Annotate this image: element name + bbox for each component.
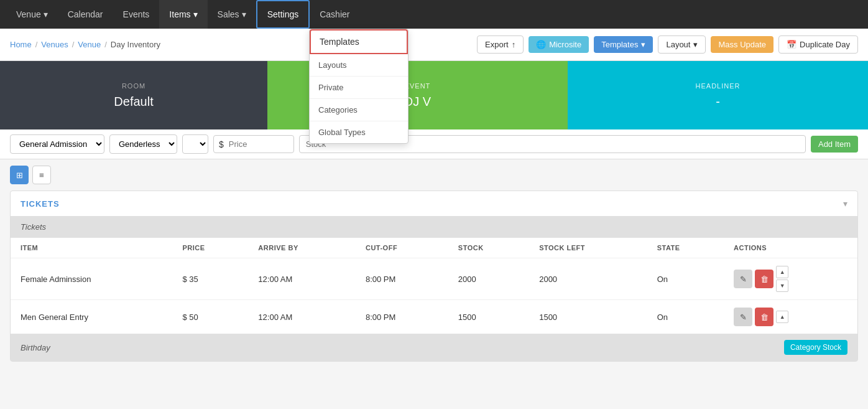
row-stock-left: 2000 <box>529 258 647 300</box>
templates-button[interactable]: Templates ▾ <box>594 36 653 53</box>
row-actions: ✎ 🗑 ▲ ▼ <box>724 258 857 300</box>
dropdown-item-private[interactable]: Private <box>310 77 408 99</box>
mass-update-button[interactable]: Mass Update <box>711 36 773 53</box>
tickets-chevron-icon: ▾ <box>843 199 847 209</box>
calendar-icon: 📅 <box>787 40 796 49</box>
row-actions: ✎ 🗑 ▲ <box>724 300 857 334</box>
add-item-button[interactable]: Add Item <box>811 136 858 153</box>
headliner-panel-header: HEADLINER <box>696 82 741 90</box>
arrow-down-0[interactable]: ▼ <box>776 280 788 292</box>
row-stock-left: 1500 <box>529 300 647 334</box>
sales-dropdown-icon: ▾ <box>242 9 246 19</box>
breadcrumb-home[interactable]: Home <box>10 40 32 49</box>
microsite-icon: 🌐 <box>536 40 546 49</box>
nav-sales[interactable]: Sales ▾ <box>208 0 256 29</box>
table-row: Men General Entry $ 50 12:00 AM 8:00 PM … <box>11 300 857 334</box>
col-cut-off: CUT-OFF <box>356 238 448 258</box>
table-row: Female Adminssion $ 35 12:00 AM 8:00 PM … <box>11 258 857 300</box>
row-cut-off: 8:00 PM <box>356 258 448 300</box>
edit-button-1[interactable]: ✎ <box>734 308 752 326</box>
row-item: Female Adminssion <box>11 258 172 300</box>
list-icon: ≡ <box>39 171 44 180</box>
grid-view-button[interactable]: ⊞ <box>10 166 29 184</box>
breadcrumb-venues[interactable]: Venues <box>41 40 68 49</box>
nav-cashier[interactable]: Cashier <box>310 0 359 29</box>
price-wrapper: $ <box>213 135 294 153</box>
nav-calendar[interactable]: Calendar <box>58 0 113 29</box>
headliner-panel: HEADLINER - <box>568 61 868 129</box>
layout-button[interactable]: Layout ▾ <box>658 35 706 54</box>
arrow-up-1[interactable]: ▲ <box>776 311 788 323</box>
nav-events[interactable]: Events <box>113 0 160 29</box>
list-view-button[interactable]: ≡ <box>32 166 51 184</box>
duplicate-day-button[interactable]: 📅 Duplicate Day <box>778 35 858 54</box>
dropdown-item-layouts[interactable]: Layouts <box>310 54 408 77</box>
headliner-panel-value: - <box>716 95 720 109</box>
export-button[interactable]: Export ↑ <box>477 35 524 54</box>
col-stock-left: STOCK LEFT <box>529 238 647 258</box>
edit-button-0[interactable]: ✎ <box>734 270 752 288</box>
price-input[interactable] <box>226 136 289 153</box>
dollar-sign: $ <box>219 139 224 149</box>
col-item: ITEM <box>11 238 172 258</box>
breadcrumb: Home / Venues / Venue / Day Inventory <box>10 40 160 49</box>
row-arrive-by: 12:00 AM <box>248 258 356 300</box>
delete-button-0[interactable]: 🗑 <box>755 270 773 288</box>
tickets-sub-header: Tickets <box>11 216 857 238</box>
room-panel: ROOM Default <box>0 61 267 129</box>
col-state: STATE <box>647 238 724 258</box>
col-price: PRICE <box>172 238 248 258</box>
row-item: Men General Entry <box>11 300 172 334</box>
tickets-title: TICKETS <box>21 199 60 209</box>
tickets-header[interactable]: TICKETS ▾ <box>11 191 857 216</box>
items-dropdown-icon: ▾ <box>193 9 198 19</box>
settings-dropdown: Templates Layouts Private Categories Glo… <box>309 29 409 144</box>
info-panels: ROOM Default EVENT DJ V HEADLINER - <box>0 61 868 129</box>
col-actions: ACTIONS <box>724 238 857 258</box>
room-panel-value: Default <box>114 95 153 109</box>
breadcrumb-current: Day Inventory <box>111 40 160 49</box>
row-arrive-by: 12:00 AM <box>248 300 356 334</box>
upload-icon: ↑ <box>512 40 516 49</box>
birthday-sub-header: Birthday Category Stock <box>11 334 857 361</box>
row-stock: 2000 <box>448 258 529 300</box>
row-cut-off: 8:00 PM <box>356 300 448 334</box>
row-price: $ 35 <box>172 258 248 300</box>
nav-venue[interactable]: Venue ▾ <box>6 0 58 29</box>
nav-settings[interactable]: Settings <box>256 0 310 29</box>
row-state: On <box>647 258 724 300</box>
dropdown-item-categories[interactable]: Categories <box>310 99 408 121</box>
row-price: $ 50 <box>172 300 248 334</box>
layout-dropdown-icon: ▾ <box>693 40 698 49</box>
type-select[interactable]: General Admission <box>10 134 104 154</box>
tickets-section: TICKETS ▾ Tickets ITEM PRICE ARRIVE BY C… <box>10 190 858 362</box>
nav-items[interactable]: Items ▾ <box>159 0 207 29</box>
extra-select[interactable] <box>182 134 208 154</box>
dropdown-header: Templates <box>310 29 408 54</box>
sub-navigation: Home / Venues / Venue / Day Inventory Ex… <box>0 29 868 61</box>
dropdown-item-global-types[interactable]: Global Types <box>310 121 408 143</box>
templates-dropdown-icon: ▾ <box>641 40 645 49</box>
view-toggle: ⊞ ≡ <box>0 159 868 190</box>
grid-icon: ⊞ <box>16 171 23 180</box>
category-stock-button[interactable]: Category Stock <box>784 340 847 355</box>
gender-select[interactable]: Genderless <box>109 134 177 154</box>
microsite-button[interactable]: 🌐 Microsite <box>529 36 589 53</box>
sub-nav-actions: Export ↑ 🌐 Microsite Templates ▾ Layout … <box>477 35 858 54</box>
delete-button-1[interactable]: 🗑 <box>755 308 773 326</box>
row-state: On <box>647 300 724 334</box>
breadcrumb-venue[interactable]: Venue <box>78 40 101 49</box>
arrow-up-0[interactable]: ▲ <box>776 266 788 278</box>
room-panel-header: ROOM <box>122 82 145 90</box>
col-arrive-by: ARRIVE BY <box>248 238 356 258</box>
venue-dropdown-icon: ▾ <box>44 9 48 19</box>
filter-row: General Admission Genderless $ Add Item <box>0 129 868 159</box>
row-stock: 1500 <box>448 300 529 334</box>
tickets-table: ITEM PRICE ARRIVE BY CUT-OFF STOCK STOCK… <box>11 238 857 334</box>
col-stock: STOCK <box>448 238 529 258</box>
top-navigation: Venue ▾ Calendar Events Items ▾ Sales ▾ … <box>0 0 868 29</box>
